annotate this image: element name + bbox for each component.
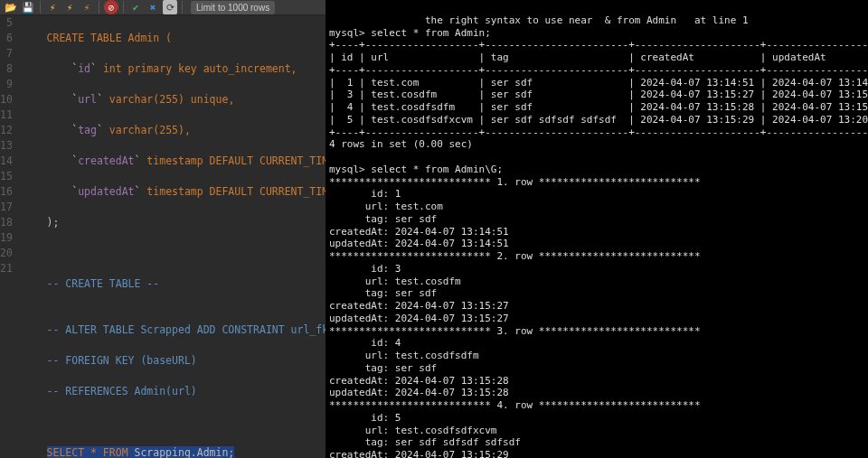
rollback-icon[interactable]: ✖ bbox=[146, 0, 160, 14]
line-number: 19 bbox=[0, 230, 13, 246]
line-number: 13 bbox=[0, 138, 13, 154]
terminal-pane[interactable]: the right syntax to use near & from Admi… bbox=[326, 0, 868, 458]
line-number: 7 bbox=[0, 46, 13, 61]
execute-step-icon[interactable]: ⚡ bbox=[62, 0, 77, 14]
line-number: 5 bbox=[0, 15, 13, 31]
line-number: 14 bbox=[0, 154, 13, 169]
line-number: 17 bbox=[0, 200, 13, 215]
line-number: 20 bbox=[0, 246, 13, 261]
line-number: 16 bbox=[0, 184, 13, 200]
terminal-output: the right syntax to use near & from Admi… bbox=[329, 14, 868, 458]
line-number: 18 bbox=[0, 215, 13, 230]
separator bbox=[123, 1, 124, 14]
line-number: 9 bbox=[0, 77, 13, 92]
execute-explain-icon[interactable]: ⚡ bbox=[80, 0, 94, 14]
code-body[interactable]: CREATE TABLE Admin ( `id` int primary ke… bbox=[22, 15, 347, 458]
sql-editor[interactable]: 5 6 7 8 9 10 11 12 13 14 15 16 17 18 19 … bbox=[0, 15, 326, 458]
separator bbox=[99, 1, 99, 14]
separator bbox=[182, 1, 183, 14]
execute-bolt-icon[interactable]: ⚡ bbox=[45, 0, 60, 14]
open-icon[interactable]: 📂 bbox=[4, 0, 18, 14]
separator bbox=[40, 1, 41, 14]
editor-pane: 📂 💾 ⚡ ⚡ ⚡ ⊘ ✔ ✖ ⟳ Limit to 1000 rows 5 6… bbox=[0, 0, 326, 458]
line-number: 6 bbox=[0, 31, 13, 46]
save-icon[interactable]: 💾 bbox=[21, 0, 35, 14]
line-number: 15 bbox=[0, 169, 13, 184]
line-number: 21 bbox=[0, 261, 13, 276]
autocommit-icon[interactable]: ⟳ bbox=[163, 0, 177, 14]
line-number: 12 bbox=[0, 123, 13, 138]
commit-icon[interactable]: ✔ bbox=[128, 0, 143, 14]
line-number: 8 bbox=[0, 61, 13, 77]
line-number: 10 bbox=[0, 92, 13, 107]
stop-icon[interactable]: ⊘ bbox=[104, 0, 118, 14]
row-limit-selector[interactable]: Limit to 1000 rows bbox=[191, 1, 275, 14]
main-toolbar: 📂 💾 ⚡ ⚡ ⚡ ⊘ ✔ ✖ ⟳ Limit to 1000 rows bbox=[0, 0, 326, 15]
line-number: 11 bbox=[0, 107, 13, 123]
line-gutter: 5 6 7 8 9 10 11 12 13 14 15 16 17 18 19 … bbox=[0, 15, 22, 458]
